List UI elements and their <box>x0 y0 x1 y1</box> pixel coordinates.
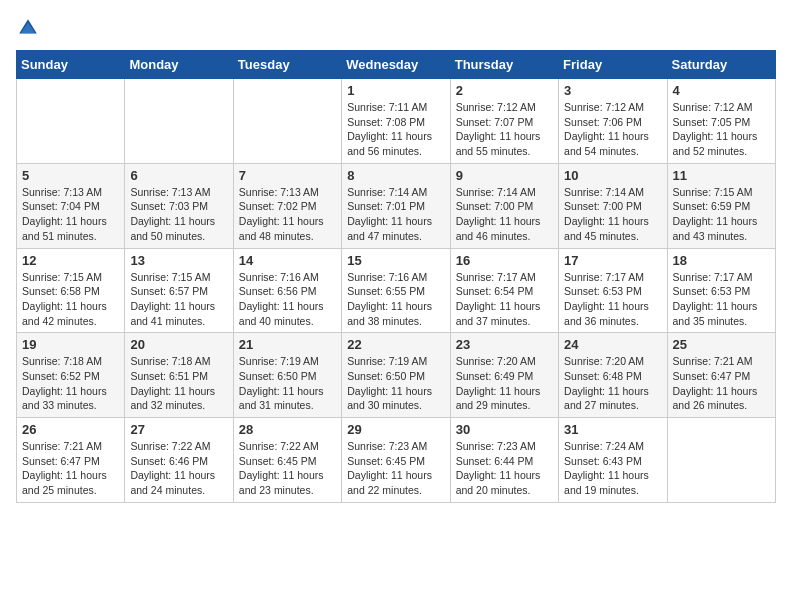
day-info: Sunrise: 7:24 AMSunset: 6:43 PMDaylight:… <box>564 439 661 498</box>
day-number: 20 <box>130 337 227 352</box>
day-number: 2 <box>456 83 553 98</box>
calendar-cell: 10Sunrise: 7:14 AMSunset: 7:00 PMDayligh… <box>559 163 667 248</box>
calendar-cell: 17Sunrise: 7:17 AMSunset: 6:53 PMDayligh… <box>559 248 667 333</box>
calendar-week-row: 5Sunrise: 7:13 AMSunset: 7:04 PMDaylight… <box>17 163 776 248</box>
day-number: 23 <box>456 337 553 352</box>
calendar-cell: 21Sunrise: 7:19 AMSunset: 6:50 PMDayligh… <box>233 333 341 418</box>
day-info: Sunrise: 7:12 AMSunset: 7:06 PMDaylight:… <box>564 100 661 159</box>
calendar-week-row: 1Sunrise: 7:11 AMSunset: 7:08 PMDaylight… <box>17 79 776 164</box>
day-number: 3 <box>564 83 661 98</box>
day-info: Sunrise: 7:14 AMSunset: 7:00 PMDaylight:… <box>564 185 661 244</box>
day-info: Sunrise: 7:16 AMSunset: 6:55 PMDaylight:… <box>347 270 444 329</box>
day-number: 25 <box>673 337 770 352</box>
day-number: 16 <box>456 253 553 268</box>
day-info: Sunrise: 7:13 AMSunset: 7:04 PMDaylight:… <box>22 185 119 244</box>
day-number: 5 <box>22 168 119 183</box>
day-info: Sunrise: 7:13 AMSunset: 7:02 PMDaylight:… <box>239 185 336 244</box>
day-number: 8 <box>347 168 444 183</box>
calendar-cell: 3Sunrise: 7:12 AMSunset: 7:06 PMDaylight… <box>559 79 667 164</box>
page-header <box>16 16 776 40</box>
day-info: Sunrise: 7:17 AMSunset: 6:53 PMDaylight:… <box>564 270 661 329</box>
calendar-header-row: SundayMondayTuesdayWednesdayThursdayFrid… <box>17 51 776 79</box>
calendar-cell: 26Sunrise: 7:21 AMSunset: 6:47 PMDayligh… <box>17 418 125 503</box>
day-number: 28 <box>239 422 336 437</box>
calendar-cell: 4Sunrise: 7:12 AMSunset: 7:05 PMDaylight… <box>667 79 775 164</box>
calendar-cell: 28Sunrise: 7:22 AMSunset: 6:45 PMDayligh… <box>233 418 341 503</box>
day-info: Sunrise: 7:11 AMSunset: 7:08 PMDaylight:… <box>347 100 444 159</box>
calendar-cell: 16Sunrise: 7:17 AMSunset: 6:54 PMDayligh… <box>450 248 558 333</box>
calendar-cell: 25Sunrise: 7:21 AMSunset: 6:47 PMDayligh… <box>667 333 775 418</box>
calendar-week-row: 19Sunrise: 7:18 AMSunset: 6:52 PMDayligh… <box>17 333 776 418</box>
day-info: Sunrise: 7:23 AMSunset: 6:44 PMDaylight:… <box>456 439 553 498</box>
calendar-cell: 15Sunrise: 7:16 AMSunset: 6:55 PMDayligh… <box>342 248 450 333</box>
logo-icon <box>16 16 40 40</box>
day-info: Sunrise: 7:14 AMSunset: 7:01 PMDaylight:… <box>347 185 444 244</box>
day-number: 29 <box>347 422 444 437</box>
calendar-cell: 18Sunrise: 7:17 AMSunset: 6:53 PMDayligh… <box>667 248 775 333</box>
weekday-header: Wednesday <box>342 51 450 79</box>
day-info: Sunrise: 7:21 AMSunset: 6:47 PMDaylight:… <box>22 439 119 498</box>
day-number: 27 <box>130 422 227 437</box>
day-number: 24 <box>564 337 661 352</box>
day-number: 15 <box>347 253 444 268</box>
day-number: 4 <box>673 83 770 98</box>
calendar-cell <box>233 79 341 164</box>
calendar-cell: 14Sunrise: 7:16 AMSunset: 6:56 PMDayligh… <box>233 248 341 333</box>
day-info: Sunrise: 7:18 AMSunset: 6:51 PMDaylight:… <box>130 354 227 413</box>
day-info: Sunrise: 7:16 AMSunset: 6:56 PMDaylight:… <box>239 270 336 329</box>
calendar-cell <box>17 79 125 164</box>
day-number: 31 <box>564 422 661 437</box>
day-number: 30 <box>456 422 553 437</box>
calendar-cell: 24Sunrise: 7:20 AMSunset: 6:48 PMDayligh… <box>559 333 667 418</box>
calendar-cell <box>667 418 775 503</box>
calendar-cell: 1Sunrise: 7:11 AMSunset: 7:08 PMDaylight… <box>342 79 450 164</box>
calendar-cell: 30Sunrise: 7:23 AMSunset: 6:44 PMDayligh… <box>450 418 558 503</box>
day-info: Sunrise: 7:17 AMSunset: 6:54 PMDaylight:… <box>456 270 553 329</box>
calendar-cell: 11Sunrise: 7:15 AMSunset: 6:59 PMDayligh… <box>667 163 775 248</box>
weekday-header: Monday <box>125 51 233 79</box>
day-info: Sunrise: 7:21 AMSunset: 6:47 PMDaylight:… <box>673 354 770 413</box>
calendar-cell: 20Sunrise: 7:18 AMSunset: 6:51 PMDayligh… <box>125 333 233 418</box>
calendar-cell: 31Sunrise: 7:24 AMSunset: 6:43 PMDayligh… <box>559 418 667 503</box>
day-info: Sunrise: 7:15 AMSunset: 6:57 PMDaylight:… <box>130 270 227 329</box>
day-info: Sunrise: 7:12 AMSunset: 7:05 PMDaylight:… <box>673 100 770 159</box>
day-number: 13 <box>130 253 227 268</box>
day-info: Sunrise: 7:15 AMSunset: 6:58 PMDaylight:… <box>22 270 119 329</box>
weekday-header: Tuesday <box>233 51 341 79</box>
calendar-cell: 8Sunrise: 7:14 AMSunset: 7:01 PMDaylight… <box>342 163 450 248</box>
calendar-cell: 22Sunrise: 7:19 AMSunset: 6:50 PMDayligh… <box>342 333 450 418</box>
day-info: Sunrise: 7:22 AMSunset: 6:45 PMDaylight:… <box>239 439 336 498</box>
calendar-week-row: 12Sunrise: 7:15 AMSunset: 6:58 PMDayligh… <box>17 248 776 333</box>
day-number: 10 <box>564 168 661 183</box>
day-info: Sunrise: 7:18 AMSunset: 6:52 PMDaylight:… <box>22 354 119 413</box>
calendar-cell: 2Sunrise: 7:12 AMSunset: 7:07 PMDaylight… <box>450 79 558 164</box>
day-number: 14 <box>239 253 336 268</box>
day-info: Sunrise: 7:17 AMSunset: 6:53 PMDaylight:… <box>673 270 770 329</box>
day-info: Sunrise: 7:19 AMSunset: 6:50 PMDaylight:… <box>347 354 444 413</box>
day-number: 22 <box>347 337 444 352</box>
weekday-header: Friday <box>559 51 667 79</box>
calendar-cell: 13Sunrise: 7:15 AMSunset: 6:57 PMDayligh… <box>125 248 233 333</box>
day-info: Sunrise: 7:12 AMSunset: 7:07 PMDaylight:… <box>456 100 553 159</box>
day-info: Sunrise: 7:20 AMSunset: 6:48 PMDaylight:… <box>564 354 661 413</box>
calendar-table: SundayMondayTuesdayWednesdayThursdayFrid… <box>16 50 776 503</box>
calendar-cell: 29Sunrise: 7:23 AMSunset: 6:45 PMDayligh… <box>342 418 450 503</box>
day-number: 1 <box>347 83 444 98</box>
day-info: Sunrise: 7:22 AMSunset: 6:46 PMDaylight:… <box>130 439 227 498</box>
calendar-cell: 27Sunrise: 7:22 AMSunset: 6:46 PMDayligh… <box>125 418 233 503</box>
weekday-header: Sunday <box>17 51 125 79</box>
day-info: Sunrise: 7:13 AMSunset: 7:03 PMDaylight:… <box>130 185 227 244</box>
day-info: Sunrise: 7:23 AMSunset: 6:45 PMDaylight:… <box>347 439 444 498</box>
logo <box>16 16 48 40</box>
day-number: 26 <box>22 422 119 437</box>
day-number: 7 <box>239 168 336 183</box>
day-number: 11 <box>673 168 770 183</box>
calendar-cell: 19Sunrise: 7:18 AMSunset: 6:52 PMDayligh… <box>17 333 125 418</box>
day-number: 19 <box>22 337 119 352</box>
calendar-cell: 5Sunrise: 7:13 AMSunset: 7:04 PMDaylight… <box>17 163 125 248</box>
weekday-header: Saturday <box>667 51 775 79</box>
calendar-cell: 23Sunrise: 7:20 AMSunset: 6:49 PMDayligh… <box>450 333 558 418</box>
day-number: 18 <box>673 253 770 268</box>
weekday-header: Thursday <box>450 51 558 79</box>
day-info: Sunrise: 7:20 AMSunset: 6:49 PMDaylight:… <box>456 354 553 413</box>
